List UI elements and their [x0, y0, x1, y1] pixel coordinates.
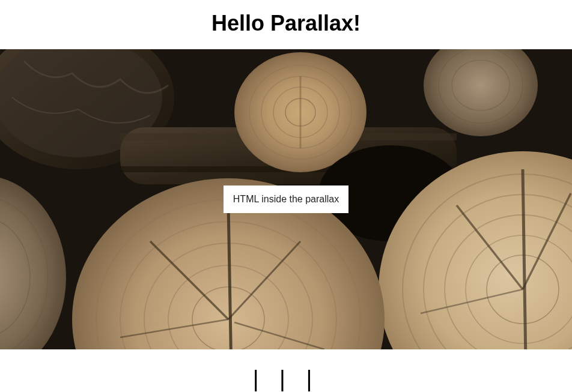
parallax-section: HTML inside the parallax: [0, 49, 572, 349]
page-title: Hello Parallax!: [0, 0, 572, 49]
parallax-overlay-text: HTML inside the parallax: [233, 194, 339, 204]
below-section: | | |: [0, 349, 572, 392]
tally-text: | | |: [253, 366, 320, 391]
parallax-overlay-card: HTML inside the parallax: [224, 185, 348, 213]
